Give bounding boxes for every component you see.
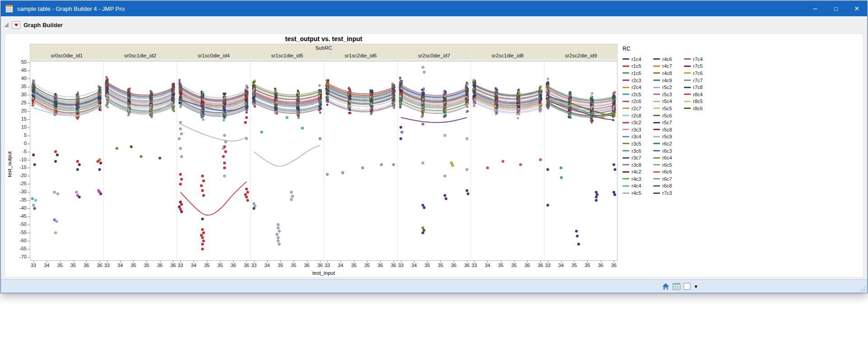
legend-item[interactable]: r5c7 (653, 119, 672, 126)
y-tick-mark (28, 160, 30, 160)
x-tick-label: 34 (409, 263, 419, 268)
legend-item[interactable]: r3c4 (623, 133, 641, 141)
legend-label: r1c6 (632, 70, 641, 76)
plot-canvas[interactable] (30, 61, 618, 261)
legend-item[interactable]: r7c4 (684, 56, 703, 63)
legend-item[interactable]: r7c6 (684, 70, 703, 77)
x-tick-label: 34 (262, 263, 272, 268)
title-bar[interactable]: sample table - Graph Builder 4 - JMP Pro… (1, 1, 867, 16)
status-dropdown-icon[interactable]: ▼ (693, 284, 698, 289)
legend-item[interactable]: r3c2 (623, 119, 641, 126)
status-checkbox[interactable] (684, 283, 690, 290)
red-triangle-menu-button[interactable] (12, 21, 20, 29)
legend-label: r4c5 (632, 190, 641, 196)
legend-swatch (684, 101, 691, 102)
x-tick-label: 35 (202, 263, 212, 268)
legend-item[interactable]: r5c4 (653, 98, 672, 105)
close-button[interactable]: ✕ (846, 1, 867, 16)
legend-swatch (684, 72, 691, 74)
x-tick-mark (401, 261, 401, 263)
legend-item[interactable]: r3c6 (623, 147, 641, 155)
legend-item[interactable]: r6c3 (653, 147, 672, 155)
legend-swatch (653, 115, 660, 116)
legend-item[interactable]: r7c5 (684, 63, 703, 70)
legend-swatch (653, 193, 660, 194)
legend-swatch (653, 143, 660, 144)
legend-item[interactable]: r4c9 (653, 77, 672, 84)
y-tick-mark (28, 233, 30, 233)
x-tick-label: 36 (609, 263, 619, 268)
panel-label: sr1sc1die_id5 (251, 52, 325, 60)
legend-item[interactable]: r6c8 (653, 183, 672, 190)
legend-item[interactable]: r8c4 (684, 91, 703, 98)
legend-item[interactable]: r4c5 (623, 189, 641, 197)
x-tick-mark (254, 261, 255, 263)
legend-item[interactable]: r5c9 (653, 133, 672, 141)
data-table-icon[interactable] (673, 283, 680, 290)
legend-item[interactable]: r5c6 (653, 112, 672, 119)
panel-label: sr2sc0die_id7 (398, 52, 472, 60)
legend-label: r4c6 (662, 56, 672, 62)
maximize-button[interactable]: □ (826, 1, 846, 16)
legend-item[interactable]: r1c5 (623, 63, 641, 70)
legend-item[interactable]: r6c7 (653, 175, 672, 183)
legend-item[interactable]: r5c8 (653, 126, 672, 133)
legend-item[interactable]: r2c4 (623, 84, 641, 91)
x-tick-mark (340, 261, 341, 263)
x-tick-mark (180, 261, 181, 263)
legend-item[interactable]: r5c5 (653, 105, 672, 112)
panel-label: sr2sc2die_id9 (545, 52, 618, 60)
legend-swatch (684, 108, 691, 109)
legend-item[interactable]: r1c4 (623, 56, 641, 63)
legend-item[interactable]: r4c3 (623, 175, 641, 183)
legend-item[interactable]: r7c3 (653, 189, 672, 197)
y-tick-mark (28, 200, 30, 201)
legend-item[interactable]: r4c4 (623, 183, 641, 190)
legend-item[interactable]: r1c6 (623, 70, 641, 77)
panel-label: sr1sc0die_id4 (177, 52, 251, 60)
legend-item[interactable]: r4c6 (653, 56, 672, 63)
legend-swatch (623, 80, 629, 81)
legend-item[interactable]: r2c7 (623, 105, 641, 112)
legend-item[interactable]: r4c8 (653, 70, 672, 77)
legend-item[interactable]: r2c3 (623, 77, 641, 84)
legend-item[interactable]: r3c7 (623, 154, 641, 161)
home-icon[interactable] (662, 283, 670, 290)
legend-swatch (623, 122, 629, 123)
legend-item[interactable]: r3c3 (623, 126, 641, 133)
legend-column: r4c6r4c7r4c8r4c9r5c2r5c3r5c4r5c5r5c6r5c7… (653, 56, 672, 197)
y-tick-label: 40 (11, 75, 27, 81)
legend-item[interactable]: r6c6 (653, 169, 672, 176)
resize-grip[interactable] (860, 286, 866, 292)
legend-label: r5c4 (662, 99, 672, 104)
legend-item[interactable]: r8c5 (684, 98, 703, 105)
legend-item[interactable]: r5c3 (653, 91, 672, 98)
x-tick-label: 35 (349, 263, 359, 268)
legend-item[interactable]: r4c7 (653, 63, 672, 70)
legend-item[interactable]: r2c8 (623, 112, 641, 119)
collapse-triangle-icon[interactable] (4, 22, 9, 28)
group-header-band: SubRC (30, 44, 618, 52)
legend-item[interactable]: r3c8 (623, 161, 641, 169)
legend-label: r7c7 (693, 78, 703, 83)
x-tick-label: 36 (228, 263, 238, 268)
legend-item[interactable]: r6c2 (653, 140, 672, 147)
legend-label: r5c5 (662, 106, 672, 111)
legend-item[interactable]: r6c5 (653, 161, 672, 169)
legend-swatch (623, 115, 629, 116)
legend-item[interactable]: r3c5 (623, 140, 641, 147)
legend-item[interactable]: r8c6 (684, 105, 703, 112)
y-tick-label: -55 (11, 230, 27, 235)
y-tick-label: -5 (11, 149, 27, 154)
legend-item[interactable]: r7c8 (684, 84, 703, 91)
legend-swatch (653, 164, 660, 165)
legend-swatch (653, 178, 660, 179)
legend-item[interactable]: r6c4 (653, 154, 672, 161)
legend-item[interactable]: r2c6 (623, 98, 641, 105)
x-tick-mark (120, 261, 121, 263)
x-tick-mark (193, 261, 194, 263)
legend-item[interactable]: r2c5 (623, 91, 641, 98)
legend-item[interactable]: r5c2 (653, 84, 672, 91)
legend-item[interactable]: r7c7 (684, 77, 703, 84)
legend-item[interactable]: r4c2 (623, 169, 641, 176)
